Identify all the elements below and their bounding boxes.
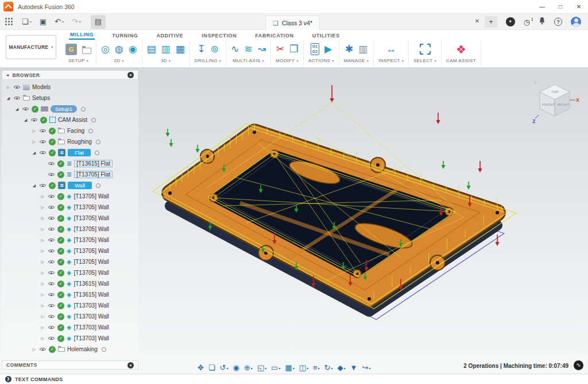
expand-triangle-icon[interactable]: ▷	[40, 205, 46, 210]
multiaxis-contour-icon[interactable]: ≋	[245, 43, 253, 56]
text-commands-bar[interactable]: ❯ TEXT COMMANDS	[0, 374, 588, 384]
eye-icon[interactable]	[39, 127, 47, 135]
tree-item-label[interactable]: [T13615] Wall	[74, 291, 109, 298]
ribbon-group-label[interactable]: MULTI-AXIS▾	[233, 58, 264, 63]
save-icon[interactable]: ▣	[36, 15, 51, 29]
tree-row[interactable]: ▷✓◈[T13615] Wall	[2, 278, 138, 289]
eye-icon[interactable]	[48, 225, 55, 233]
eye-icon[interactable]	[48, 160, 55, 167]
tree-row[interactable]: ◢✓Setup1	[2, 103, 138, 114]
grid-snap-icon[interactable]: ▦▾	[285, 364, 294, 371]
eye-icon[interactable]	[39, 182, 47, 189]
expand-triangle-icon[interactable]: ▷	[40, 336, 46, 341]
data-panel-toggle-icon[interactable]: ▤	[91, 15, 106, 29]
expand-triangle-icon[interactable]: ▷	[31, 129, 37, 133]
browser-collapse-icon[interactable]: ◂	[6, 72, 9, 78]
look-at-icon[interactable]: ◉	[233, 364, 239, 371]
3d-adaptive-icon[interactable]: ▤	[147, 43, 156, 56]
viewports-icon[interactable]: ◫▾	[299, 364, 308, 371]
new-folder-icon[interactable]	[82, 48, 91, 54]
zoom-window-icon[interactable]: ◱▾	[257, 364, 266, 371]
ribbon-tab-inspection[interactable]: INSPECTION	[200, 32, 238, 40]
tree-item-label[interactable]: [T13705] Flat	[74, 171, 113, 178]
drill-icon[interactable]: ↧	[197, 43, 205, 56]
ribbon-group-label[interactable]: MODIFY▾	[276, 58, 299, 63]
eye-icon[interactable]	[39, 149, 47, 156]
ribbon-group-label[interactable]: INSPECT▾	[378, 58, 404, 63]
3d-contour-icon[interactable]: ▦	[176, 43, 185, 56]
2d-contour-icon[interactable]: ◉	[129, 43, 137, 56]
comments-bar[interactable]: COMMENTS	[2, 360, 138, 370]
eye-icon[interactable]	[48, 291, 55, 298]
expand-triangle-icon[interactable]: ▷	[40, 216, 46, 221]
expand-triangle-icon[interactable]: ▷	[31, 140, 37, 144]
tree-row[interactable]: ▷✓◈[T13705] Wall	[2, 256, 138, 267]
post-process-icon[interactable]: G1 G2	[311, 43, 319, 55]
tree-row[interactable]: ▷✓Facing	[2, 125, 138, 136]
tree-row[interactable]: ▷✓◈[T13703] Wall	[2, 300, 138, 311]
status-circle-icon[interactable]	[91, 118, 96, 122]
job-status-icon[interactable]: ◷ 1	[524, 18, 530, 26]
tree-row[interactable]: ▷✓◈[T13705] Wall	[2, 245, 138, 256]
tree-item-label[interactable]: Setup1	[51, 105, 77, 113]
document-tab[interactable]: ❏ Class 3 v4*	[265, 16, 320, 30]
tree-row[interactable]: ◢✓CAM Assist	[2, 114, 138, 125]
workspace-selector[interactable]: MANUFACTURE ▾	[6, 35, 56, 59]
fit-icon[interactable]: ❏	[208, 364, 215, 371]
notifications-bell-icon[interactable]	[539, 17, 546, 27]
simulate-icon[interactable]: ▶	[324, 43, 332, 56]
tree-item-label[interactable]: [T13705] Wall	[74, 259, 109, 265]
eye-icon[interactable]	[48, 313, 55, 320]
eye-icon[interactable]	[48, 193, 55, 200]
browser-display-toggle-icon[interactable]	[127, 72, 134, 78]
ribbon-group-label[interactable]: SETUP▾	[68, 58, 88, 63]
tree-item-label[interactable]: [T13703] Wall	[74, 335, 109, 341]
expand-triangle-icon[interactable]: ▷	[40, 260, 46, 264]
extensions-icon[interactable]: ✦	[506, 17, 515, 26]
expand-triangle-icon[interactable]: ▷	[40, 293, 46, 297]
tree-item-label[interactable]: Flat	[68, 149, 91, 156]
regenerate-icon[interactable]: ↻▾	[324, 364, 333, 371]
swarf-icon[interactable]: ∿	[231, 43, 239, 56]
eye-icon[interactable]	[13, 94, 21, 102]
zoom-icon[interactable]: ⊕▾	[244, 364, 253, 371]
free-orbit-icon[interactable]: ↺▾	[220, 364, 229, 371]
visibility-filter-icon[interactable]: ▼	[350, 364, 358, 371]
tree-item-label[interactable]: Wall	[68, 182, 92, 189]
eye-icon[interactable]	[48, 247, 55, 255]
new-tab-button[interactable]: +	[485, 16, 497, 28]
cam-assist-icon[interactable]: ❖	[456, 43, 466, 56]
duplicate-toolpath-icon[interactable]: ❐	[289, 43, 298, 56]
display-settings-icon[interactable]: ▭▾	[271, 364, 280, 371]
eye-icon[interactable]	[48, 258, 55, 266]
ribbon-group-label[interactable]: 2D▾	[114, 58, 124, 63]
select-icon[interactable]	[420, 44, 431, 55]
tree-item-label[interactable]: [T13703] Wall	[74, 302, 109, 309]
tree-item-label[interactable]: [T13705] Wall	[74, 193, 109, 199]
ribbon-group-label[interactable]: MANAGE▾	[344, 58, 369, 63]
eye-icon[interactable]	[48, 214, 55, 222]
simulate-nav-icon[interactable]: ◆▾	[338, 364, 346, 371]
tree-item-label[interactable]: CAM Assist	[58, 117, 87, 123]
expand-triangle-icon[interactable]: ▷	[40, 271, 46, 275]
expand-triangle-icon[interactable]: ▷	[40, 304, 46, 308]
tree-item-label[interactable]: [T13705] Wall	[74, 248, 109, 254]
expand-triangle-icon[interactable]: ▷	[40, 249, 46, 254]
eye-icon[interactable]	[39, 345, 47, 353]
tree-row[interactable]: ▷✓Roughing	[2, 136, 138, 147]
machine-library-icon[interactable]: ▥	[358, 43, 368, 56]
tree-item-label[interactable]: [T13615] Wall	[74, 281, 109, 287]
pan-icon[interactable]: ✥	[198, 364, 204, 371]
tree-row[interactable]: ▷✓◈[T13615] Wall	[2, 289, 138, 300]
ribbon-tab-turning[interactable]: TURNING	[111, 32, 139, 40]
eye-icon[interactable]	[48, 324, 55, 331]
apps-grid-icon[interactable]	[5, 18, 13, 25]
eye-icon[interactable]	[48, 236, 55, 244]
tree-row[interactable]: ▷✓◈[T13705] Wall	[2, 202, 138, 213]
tree-row[interactable]: ◢Setups	[2, 93, 138, 103]
tree-row[interactable]: ▷✓◈[T13703] Wall	[2, 333, 138, 344]
expand-triangle-icon[interactable]: ▷	[40, 282, 46, 286]
maximize-button[interactable]: □	[551, 0, 570, 14]
expand-triangle-icon[interactable]: ▷	[40, 314, 46, 319]
eye-icon[interactable]	[48, 171, 55, 178]
